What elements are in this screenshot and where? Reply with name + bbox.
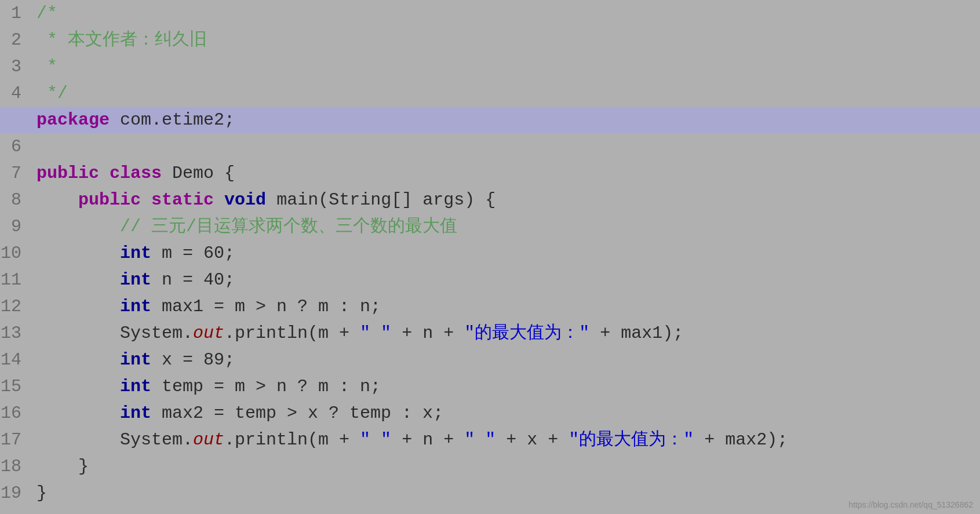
line-content: package com.etime2; — [32, 107, 235, 133]
line-content: */ — [32, 80, 68, 107]
token: Demo { — [162, 163, 235, 183]
line-content: public class Demo { — [32, 160, 235, 187]
line-content: // 三元/目运算求两个数、三个数的最大值 — [32, 213, 457, 240]
token: void — [224, 190, 266, 210]
code-line: 2 * 本文作者：纠久旧 — [0, 27, 980, 53]
line-number: 10 — [0, 240, 32, 267]
token: temp = m > n ? m : n; — [151, 377, 381, 396]
code-line: 12 int max1 = m > n ? m : n; — [0, 293, 980, 320]
token: + n + — [391, 323, 464, 343]
token: com.etime2; — [110, 110, 235, 130]
token: + n + — [391, 430, 464, 450]
token — [37, 190, 78, 210]
line-content: } — [32, 480, 47, 506]
token: .println(m + — [224, 430, 360, 450]
token — [37, 297, 120, 316]
token — [37, 243, 120, 263]
line-content: System.out.println(m + " " + n + " " + x… — [32, 426, 788, 453]
line-content: public static void main(String[] args) { — [32, 187, 496, 213]
line-content: /* — [32, 0, 57, 27]
code-line: 18 } — [0, 453, 980, 480]
token: public — [78, 190, 141, 210]
line-content: int m = 60; — [32, 240, 235, 267]
line-number: 19 — [0, 480, 32, 506]
token: static — [151, 190, 214, 210]
line-number: 13 — [0, 320, 32, 347]
token: " " — [360, 323, 391, 343]
line-content: * — [32, 53, 57, 80]
line-number: 18 — [0, 453, 32, 480]
token: out — [193, 323, 224, 343]
line-number: 3 — [0, 53, 32, 80]
token — [141, 190, 151, 210]
token: * 本文作者：纠久旧 — [37, 30, 207, 50]
token: max2 = temp > x ? temp : x; — [151, 403, 443, 423]
code-line: 1/* — [0, 0, 980, 27]
token — [37, 270, 120, 290]
token: x = 89; — [151, 350, 235, 370]
line-content: } — [32, 453, 89, 480]
token: + max1); — [589, 323, 683, 343]
code-line: 17 System.out.println(m + " " + n + " " … — [0, 426, 980, 453]
line-number: 6 — [0, 133, 32, 160]
code-container: 1/*2 * 本文作者：纠久旧3 *4 */5package com.etime… — [0, 0, 980, 514]
token: class — [110, 163, 162, 183]
line-number: 15 — [0, 373, 32, 400]
code-line: 5package com.etime2; — [0, 107, 980, 133]
line-number: 2 — [0, 27, 32, 53]
line-number: 8 — [0, 187, 32, 213]
code-editor: 1/*2 * 本文作者：纠久旧3 *4 */5package com.etime… — [0, 0, 980, 514]
token: m = 60; — [151, 243, 235, 263]
token: int — [120, 403, 151, 423]
token: System. — [37, 430, 193, 450]
token: } — [37, 483, 47, 503]
token — [99, 163, 110, 183]
line-number: 4 — [0, 80, 32, 107]
code-line: 9 // 三元/目运算求两个数、三个数的最大值 — [0, 213, 980, 240]
line-number: 17 — [0, 426, 32, 453]
token: System. — [37, 323, 193, 343]
code-line: 13 System.out.println(m + " " + n + "的最大… — [0, 320, 980, 347]
token: + x + — [496, 430, 569, 450]
token: * — [37, 57, 57, 76]
line-number: 9 — [0, 213, 32, 240]
token: public — [37, 163, 99, 183]
token: // 三元/目运算求两个数、三个数的最大值 — [37, 217, 457, 236]
token — [37, 403, 120, 423]
code-line: 6 — [0, 133, 980, 160]
line-number: 7 — [0, 160, 32, 187]
token: "的最大值为：" — [569, 430, 694, 450]
token: max1 = m > n ? m : n; — [151, 297, 381, 316]
line-content: int max1 = m > n ? m : n; — [32, 293, 381, 320]
token: "的最大值为：" — [464, 323, 589, 343]
token: out — [193, 430, 224, 450]
token — [214, 190, 224, 210]
token — [37, 377, 120, 396]
token: package — [37, 110, 110, 130]
token: " " — [464, 430, 496, 450]
code-line: 7public class Demo { — [0, 160, 980, 187]
line-content — [32, 133, 47, 160]
token: .println(m + — [224, 323, 360, 343]
line-content: int n = 40; — [32, 267, 235, 293]
code-line: 4 */ — [0, 80, 980, 107]
token: int — [120, 270, 151, 290]
token: n = 40; — [151, 270, 235, 290]
code-line: 3 * — [0, 53, 980, 80]
line-number: 11 — [0, 267, 32, 293]
code-line: 16 int max2 = temp > x ? temp : x; — [0, 400, 980, 426]
watermark: https://blog.csdn.net/qq_51326862 — [848, 500, 973, 509]
code-line: 15 int temp = m > n ? m : n; — [0, 373, 980, 400]
token: int — [120, 243, 151, 263]
token: } — [37, 457, 89, 476]
line-number: 1 — [0, 0, 32, 27]
line-number: 14 — [0, 347, 32, 373]
line-number: 16 — [0, 400, 32, 426]
token — [37, 350, 120, 370]
token: int — [120, 350, 151, 370]
token: main(String[] args) { — [266, 190, 496, 210]
token: + max2); — [694, 430, 788, 450]
code-line: 19} — [0, 480, 980, 506]
code-line: 14 int x = 89; — [0, 347, 980, 373]
line-content: int max2 = temp > x ? temp : x; — [32, 400, 443, 426]
